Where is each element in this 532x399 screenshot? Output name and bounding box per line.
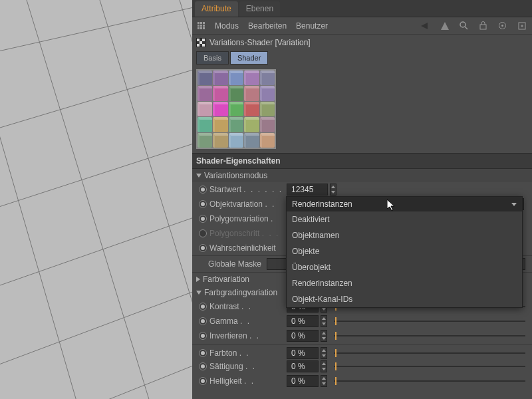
label-objektvariation: Objektvariation . . [209, 200, 284, 209]
anim-toggle[interactable] [199, 200, 207, 208]
input-gamma[interactable]: 0 % [287, 315, 319, 327]
lock-icon[interactable] [478, 21, 488, 31]
row-gamma: Gamma . .0 % [192, 314, 532, 329]
dropdown-option[interactable]: Objekt-Kanal-IDs [287, 291, 522, 307]
svg-point-25 [501, 25, 503, 27]
spinner-hell[interactable] [321, 375, 327, 387]
search-icon[interactable] [459, 21, 469, 31]
nav-back-icon[interactable] [420, 21, 430, 31]
anim-toggle[interactable] [199, 317, 207, 325]
row-farbton: Farbton . .0 % [192, 344, 532, 359]
label-wahrscheinlichkeit: Wahrscheinlichkeit [209, 243, 284, 253]
slider-invert[interactable] [334, 330, 525, 342]
svg-line-3 [180, 0, 192, 399]
row-invert: Invertieren . .0 % [192, 329, 532, 343]
row-hell: Helligkeit . .0 % [192, 374, 532, 388]
group-variationsmodus[interactable]: Variantionsmodus [192, 169, 532, 182]
svg-line-7 [0, 206, 192, 299]
svg-marker-20 [441, 22, 449, 30]
anim-toggle[interactable] [199, 377, 207, 385]
menu-bearbeiten[interactable]: Bearbeiten [248, 21, 287, 31]
group-variationsmodus-label: Variantionsmodus [204, 171, 267, 180]
anim-toggle[interactable] [199, 362, 207, 370]
svg-rect-16 [198, 27, 200, 29]
slider-hell[interactable] [334, 375, 525, 387]
nav-up-icon[interactable] [440, 21, 450, 31]
dropdown-option[interactable]: Renderinstanzen [287, 275, 522, 291]
input-invert[interactable]: 0 % [287, 330, 319, 342]
shader-preview[interactable] [196, 69, 276, 149]
disclosure-down-icon [196, 291, 201, 295]
dropdown-option[interactable]: Deaktiviert [287, 211, 522, 227]
svg-line-0 [0, 0, 80, 399]
spinner-startwert[interactable] [330, 184, 336, 196]
row-startwert: Startwert . . . . . . . 12345 [192, 182, 532, 197]
anim-toggle[interactable] [199, 332, 207, 340]
anim-toggle[interactable] [199, 186, 207, 194]
spinner-saett[interactable] [321, 360, 327, 372]
spinner-farbton[interactable] [321, 347, 327, 359]
dropdown-option[interactable]: Objektnamen [287, 227, 522, 243]
anim-toggle[interactable] [199, 215, 207, 223]
slider-gamma[interactable] [334, 315, 525, 327]
svg-rect-17 [200, 27, 202, 29]
svg-point-21 [460, 22, 466, 27]
svg-rect-13 [198, 25, 200, 27]
input-hell[interactable]: 0 % [287, 375, 319, 387]
tab-ebenen[interactable]: Ebenen [239, 1, 280, 17]
dropdown-option[interactable]: Überobjekt [287, 259, 522, 275]
dropdown-popup-objektvariation: Renderinstanzen DeaktiviertObjektnamenOb… [286, 196, 523, 308]
anim-toggle[interactable] [199, 229, 207, 237]
dropdown-option[interactable]: Objekte [287, 243, 522, 259]
row-saett: Sättigung . .0 % [192, 359, 532, 374]
group-farbvariation-label: Farbvariation [203, 275, 249, 284]
label-invert: Invertieren . . [209, 331, 284, 340]
target-icon[interactable] [497, 21, 507, 31]
input-farbton[interactable]: 0 % [287, 347, 319, 359]
svg-line-9 [0, 352, 192, 399]
object-title: Variations-Shader [Variation] [209, 38, 311, 47]
svg-rect-18 [203, 27, 205, 29]
label-kontrast: Kontrast . . [209, 302, 284, 311]
anim-toggle[interactable] [199, 303, 207, 311]
slider-saett[interactable] [334, 360, 525, 372]
slider-farbton[interactable] [334, 347, 525, 359]
spinner-gamma[interactable] [321, 315, 327, 327]
svg-line-4 [0, 0, 192, 60]
tab-attribute[interactable]: Attribute [195, 1, 238, 17]
menu-benutzer[interactable]: Benutzer [296, 21, 328, 31]
svg-line-22 [465, 27, 467, 29]
svg-rect-10 [198, 22, 200, 24]
svg-rect-23 [480, 25, 486, 29]
svg-rect-11 [200, 22, 202, 24]
svg-rect-15 [203, 25, 205, 27]
label-polygonschritt: Polygonschritt . . . [209, 229, 284, 238]
label-hell: Helligkeit . . [209, 376, 284, 386]
spinner-invert[interactable] [321, 330, 327, 342]
panel-tabs: Attribute Ebenen [192, 0, 532, 17]
svg-line-1 [27, 0, 153, 399]
anim-toggle[interactable] [199, 244, 207, 252]
mode-grid-icon[interactable] [198, 22, 205, 30]
shader-subtabs: Basis Shader [192, 51, 532, 65]
subtab-shader[interactable]: Shader [230, 51, 268, 65]
label-saett: Sättigung . . [209, 362, 284, 371]
svg-line-5 [0, 60, 192, 140]
label-gamma: Gamma . . [209, 317, 284, 326]
dropdown-popup-header[interactable]: Renderinstanzen [287, 197, 522, 211]
shader-type-icon [196, 38, 205, 47]
group-farbgrading-label: Farbgradingvariation [204, 288, 277, 297]
menu-modus[interactable]: Modus [215, 21, 239, 31]
label-farbton: Farbton . . [209, 348, 284, 358]
new-window-icon[interactable] [517, 21, 527, 31]
svg-line-2 [100, 0, 192, 399]
svg-marker-19 [421, 23, 428, 29]
disclosure-right-icon [196, 277, 200, 282]
label-globalmaske: Globale Maske [208, 259, 261, 269]
viewport-3d[interactable] [0, 0, 192, 399]
anim-toggle[interactable] [199, 349, 207, 357]
input-saett[interactable]: 0 % [287, 360, 319, 372]
subtab-basis[interactable]: Basis [196, 51, 229, 65]
label-startwert: Startwert . . . . . . . [209, 185, 284, 194]
input-startwert[interactable]: 12345 [287, 184, 328, 196]
